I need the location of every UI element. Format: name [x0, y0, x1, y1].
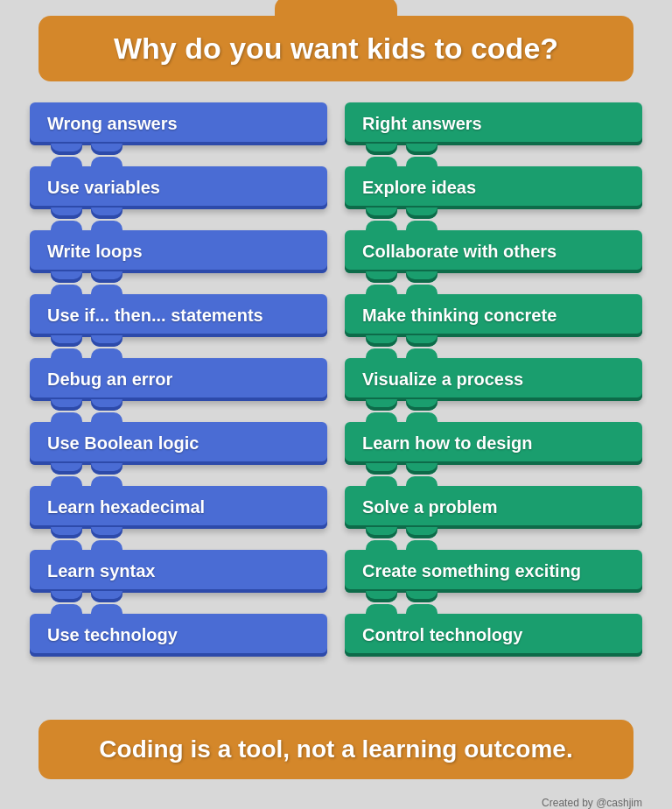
- list-item-label: Solve a problem: [362, 497, 498, 517]
- list-item-label: Learn how to design: [362, 433, 532, 453]
- list-item-label: Wrong answers: [47, 114, 178, 133]
- list-item-label: Learn hexadecimal: [47, 497, 205, 517]
- header-title: Why do you want kids to code?: [65, 32, 607, 66]
- footer-section: Coding is a tool, not a learning outcome…: [38, 720, 634, 779]
- list-item-label: Use technology: [47, 625, 178, 644]
- list-item: Explore ideas: [345, 166, 642, 209]
- list-item-label: Debug an error: [47, 369, 172, 389]
- list-item-label: Use Boolean logic: [47, 433, 199, 453]
- list-item: Use technology: [30, 614, 327, 657]
- footer-box: Coding is a tool, not a learning outcome…: [38, 720, 634, 779]
- list-item-label: Use if... then... statements: [47, 306, 263, 325]
- list-item-label: Learn syntax: [47, 561, 155, 580]
- list-item: Debug an error: [30, 358, 327, 401]
- header-section: Why do you want kids to code?: [38, 16, 634, 81]
- list-item: Create something exciting: [345, 550, 642, 593]
- list-item-label: Control technology: [362, 625, 522, 644]
- list-item-label: Make thinking concrete: [362, 306, 556, 325]
- left-column: Wrong answersUse variablesWrite loopsUse…: [30, 102, 327, 669]
- list-item-label: Use variables: [47, 178, 160, 197]
- list-item: Collaborate with others: [345, 230, 642, 273]
- list-item: Learn how to design: [345, 422, 642, 465]
- footer-text: Coding is a tool, not a learning outcome…: [65, 735, 607, 763]
- list-item: Control technology: [345, 614, 642, 657]
- right-column: Right answersExplore ideasCollaborate wi…: [345, 102, 642, 669]
- list-item-label: Right answers: [362, 114, 482, 133]
- list-item: Use if... then... statements: [30, 294, 327, 337]
- list-item: Right answers: [345, 102, 642, 145]
- list-item: Solve a problem: [345, 486, 642, 529]
- list-item: Learn syntax: [30, 550, 327, 593]
- list-item: Learn hexadecimal: [30, 486, 327, 529]
- list-item: Make thinking concrete: [345, 294, 642, 337]
- list-item-label: Create something exciting: [362, 561, 581, 580]
- list-item-label: Visualize a process: [362, 369, 523, 389]
- credit-text: Created by @cashjim: [30, 797, 642, 809]
- list-item-label: Collaborate with others: [362, 242, 556, 261]
- list-item: Write loops: [30, 230, 327, 273]
- list-item: Visualize a process: [345, 358, 642, 401]
- main-content: Wrong answersUse variablesWrite loopsUse…: [21, 102, 651, 720]
- header-box: Why do you want kids to code?: [38, 16, 634, 81]
- list-item: Wrong answers: [30, 102, 327, 145]
- list-item-label: Write loops: [47, 242, 143, 261]
- list-item-label: Explore ideas: [362, 178, 476, 197]
- list-item: Use variables: [30, 166, 327, 209]
- list-item: Use Boolean logic: [30, 422, 327, 465]
